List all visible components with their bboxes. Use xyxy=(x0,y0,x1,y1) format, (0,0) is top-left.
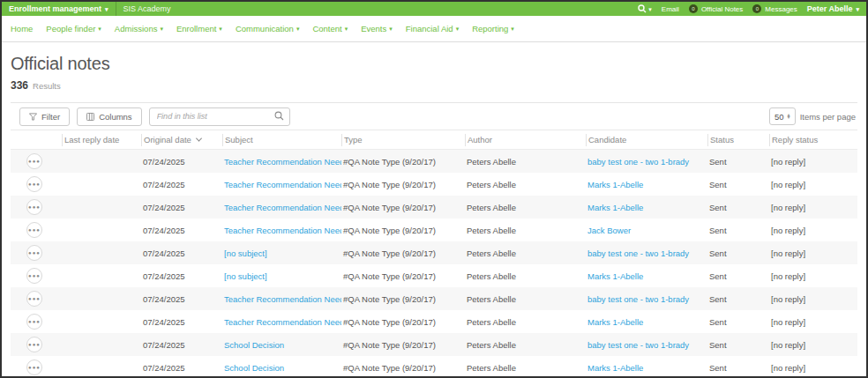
cell-reply-status: [no reply] xyxy=(769,271,857,281)
row-actions-button[interactable]: ●●● xyxy=(26,291,42,307)
row-actions-button[interactable]: ●●● xyxy=(26,153,42,169)
cell-author: Peters Abelle xyxy=(465,317,586,327)
candidate-link[interactable]: baby test one - two 1-brady xyxy=(587,157,689,167)
header-last-reply-date[interactable]: Last reply date xyxy=(62,134,141,146)
table-row: ●●● 07/24/2025 Teacher Recommendation Ne… xyxy=(11,196,857,219)
table-row: ●●● 07/24/2025 [no subject] #QA Note Typ… xyxy=(11,241,857,264)
header-status[interactable]: Status xyxy=(707,134,769,146)
candidate-link[interactable]: Marks 1-Abelle xyxy=(587,271,643,281)
nav-item[interactable]: Content ▾ xyxy=(312,24,348,33)
email-label: Email xyxy=(662,5,679,13)
cell-author: Peters Abelle xyxy=(465,248,586,258)
header-author[interactable]: Author xyxy=(465,134,586,146)
header-subject[interactable]: Subject xyxy=(222,134,341,146)
sort-desc-icon xyxy=(196,136,202,142)
app-switcher-label: Enrollment management xyxy=(9,4,101,13)
candidate-link[interactable]: Marks 1-Abelle xyxy=(587,180,643,189)
table-row: ●●● 07/24/2025 [no subject] #QA Note Typ… xyxy=(11,264,857,287)
cell-reply-status: [no reply] xyxy=(769,317,857,327)
filter-icon xyxy=(29,113,37,121)
cell-reply-status: [no reply] xyxy=(769,363,857,373)
chevron-down-icon: ▾ xyxy=(456,26,460,32)
filter-button[interactable]: Filter xyxy=(19,107,70,126)
cell-reply-status: [no reply] xyxy=(769,157,857,167)
user-name: Peter Abelle xyxy=(807,4,853,13)
columns-button[interactable]: Columns xyxy=(77,107,142,126)
candidate-link[interactable]: baby test one - two 1-brady xyxy=(587,294,689,304)
cell-original-date: 07/24/2025 xyxy=(141,271,222,281)
subject-link[interactable]: School Decision xyxy=(224,363,284,373)
cell-status: Sent xyxy=(707,180,769,189)
row-actions-button[interactable]: ●●● xyxy=(26,199,42,215)
app-switcher-menu[interactable]: Enrollment management ▾ xyxy=(9,4,108,13)
subject-link[interactable]: Teacher Recommendation Needed xyxy=(224,294,341,304)
cell-type: #QA Note Type (9/20/17) xyxy=(341,180,465,189)
cell-type: #QA Note Type (9/20/17) xyxy=(341,248,465,258)
email-link[interactable]: Email xyxy=(662,5,679,13)
subject-link[interactable]: Teacher Recommendation Needed xyxy=(224,157,341,167)
nav-item-label: Reporting xyxy=(472,24,508,33)
user-menu[interactable]: Peter Abelle ▾ xyxy=(807,4,859,13)
subject-link[interactable]: School Decision xyxy=(224,340,284,350)
header-reply-status[interactable]: Reply status xyxy=(769,134,857,146)
nav-item[interactable]: Communication ▾ xyxy=(236,24,300,33)
cell-author: Peters Abelle xyxy=(465,363,586,373)
candidate-link[interactable]: baby test one - two 1-brady xyxy=(587,340,689,350)
nav-item[interactable]: People finder ▾ xyxy=(46,24,101,33)
official-notes-table: Last reply date Original date Subject Ty… xyxy=(11,130,857,378)
cell-original-date: 07/24/2025 xyxy=(141,157,222,167)
official-notes-link[interactable]: 0 Official Notes xyxy=(689,4,743,13)
subject-link[interactable]: Teacher Recommendation Needed xyxy=(224,180,341,189)
nav-item[interactable]: Enrollment ▾ xyxy=(176,24,222,33)
chevron-down-icon: ▾ xyxy=(856,6,859,12)
subject-link[interactable]: [no subject] xyxy=(224,271,267,281)
items-per-page-select[interactable]: 50 ▴▾ xyxy=(769,107,796,125)
nav-item-label: Communication xyxy=(236,24,294,33)
chevron-down-icon: ▾ xyxy=(219,26,222,32)
header-type[interactable]: Type xyxy=(341,134,465,146)
subject-link[interactable]: Teacher Recommendation Needed xyxy=(224,317,341,327)
nav-item[interactable]: Financial Aid ▾ xyxy=(406,24,459,33)
row-actions-button[interactable]: ●●● xyxy=(26,176,42,192)
row-actions-button[interactable]: ●●● xyxy=(26,314,42,330)
header-candidate[interactable]: Candidate xyxy=(586,134,707,146)
chevron-down-icon: ▾ xyxy=(98,26,101,32)
row-actions-button[interactable]: ●●● xyxy=(26,337,42,352)
row-actions-button[interactable]: ●●● xyxy=(26,222,42,238)
row-actions-button[interactable]: ●●● xyxy=(26,359,42,375)
chevron-down-icon: ▾ xyxy=(648,6,652,12)
candidate-link[interactable]: Marks 1-Abelle xyxy=(587,317,643,327)
cell-reply-status: [no reply] xyxy=(769,180,857,189)
search-icon xyxy=(274,111,284,121)
header-original-date[interactable]: Original date xyxy=(141,134,222,146)
nav-item[interactable]: Admissions ▾ xyxy=(115,24,163,33)
table-row: ●●● 07/24/2025 School Decision #QA Note … xyxy=(11,333,857,356)
cell-author: Peters Abelle xyxy=(465,294,586,304)
nav-item[interactable]: Home xyxy=(11,24,33,33)
cell-author: Peters Abelle xyxy=(465,340,586,350)
cell-type: #QA Note Type (9/20/17) xyxy=(341,340,465,350)
candidate-link[interactable]: baby test one - two 1-brady xyxy=(587,248,689,258)
candidate-link[interactable]: Jack Bower xyxy=(587,226,631,235)
official-notes-count-badge: 0 xyxy=(689,4,698,13)
cell-author: Peters Abelle xyxy=(465,180,586,189)
candidate-link[interactable]: Marks 1-Abelle xyxy=(587,203,643,212)
nav-item[interactable]: Events ▾ xyxy=(361,24,393,33)
row-actions-button[interactable]: ●●● xyxy=(26,268,42,284)
candidate-link[interactable]: Marks 1-Abelle xyxy=(587,363,643,373)
nav-item[interactable]: Reporting ▾ xyxy=(472,24,514,33)
nav-item-label: Home xyxy=(11,24,33,33)
messages-label: Messages xyxy=(765,5,797,13)
cell-original-date: 07/24/2025 xyxy=(141,340,222,350)
cell-status: Sent xyxy=(707,248,769,258)
cell-author: Peters Abelle xyxy=(465,271,586,281)
messages-link[interactable]: 0 Messages xyxy=(752,4,797,13)
global-search-button[interactable]: ▾ xyxy=(638,4,652,13)
row-actions-button[interactable]: ●●● xyxy=(26,245,42,261)
find-in-list-input[interactable] xyxy=(149,107,290,126)
subject-link[interactable]: Teacher Recommendation Needed xyxy=(224,226,341,235)
subject-link[interactable]: Teacher Recommendation Needed xyxy=(224,203,341,212)
filter-label: Filter xyxy=(41,112,60,122)
subject-link[interactable]: [no subject] xyxy=(224,248,267,258)
cell-reply-status: [no reply] xyxy=(769,294,857,304)
